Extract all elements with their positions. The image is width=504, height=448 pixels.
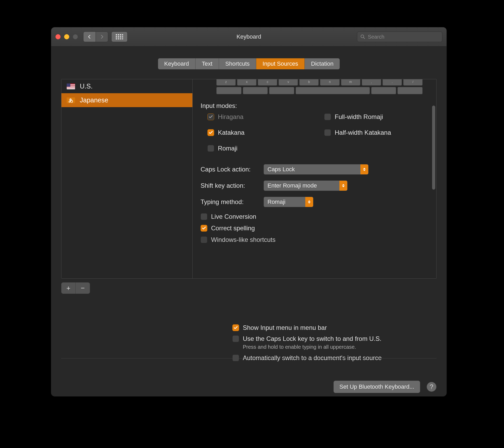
check-icon	[208, 130, 213, 135]
checkbox-romaji[interactable]	[207, 145, 214, 152]
dropdown-arrows-icon	[339, 181, 347, 191]
tab-text[interactable]: Text	[196, 58, 219, 69]
key: ,	[362, 79, 381, 86]
key: c	[258, 79, 277, 86]
svg-rect-8	[116, 38, 117, 39]
chevron-right-icon	[100, 35, 104, 39]
label-caps-lock-switch: Use the Caps Lock key to switch to and f…	[243, 335, 381, 342]
search-icon	[360, 34, 365, 39]
key: .	[382, 79, 402, 86]
setup-bluetooth-button[interactable]: Set Up Bluetooth Keyboard...	[333, 381, 420, 393]
grid-icon	[116, 34, 123, 39]
source-japanese[interactable]: あ Japanese	[61, 93, 192, 107]
minimize-button[interactable]	[64, 34, 69, 39]
forward-button	[96, 32, 108, 42]
search-input[interactable]	[368, 34, 439, 40]
us-flag-icon	[67, 84, 75, 89]
show-all-button[interactable]	[111, 32, 128, 42]
typing-method-value: Romaji	[267, 199, 285, 205]
tab-shortcuts[interactable]: Shortcuts	[219, 58, 256, 69]
japanese-icon: あ	[67, 97, 75, 103]
checkbox-windows-shortcuts[interactable]	[201, 236, 207, 243]
tab-keyboard[interactable]: Keyboard	[158, 58, 196, 69]
dropdown-arrows-icon	[305, 197, 313, 207]
label-live-conversion: Live Conversion	[211, 213, 256, 220]
back-button[interactable]	[83, 32, 96, 42]
svg-rect-2	[120, 34, 121, 35]
svg-rect-6	[120, 36, 121, 38]
svg-point-12	[361, 35, 364, 38]
check-icon	[208, 114, 213, 119]
key: m	[341, 79, 360, 86]
shift-key-dropdown[interactable]: Enter Romaji mode	[264, 180, 348, 191]
checkbox-katakana[interactable]	[207, 129, 214, 136]
label-katakana: Katakana	[218, 129, 244, 136]
scrollbar[interactable]	[432, 106, 435, 190]
key	[397, 87, 423, 94]
typing-method-label: Typing method:	[201, 198, 264, 206]
checkbox-half-width-katakana[interactable]	[324, 129, 331, 136]
tab-dictation[interactable]: Dictation	[305, 58, 340, 69]
key: /	[403, 79, 423, 86]
label-half-width-katakana: Half-width Katakana	[335, 129, 391, 136]
caps-lock-dropdown[interactable]: Caps Lock	[264, 164, 369, 175]
key: x	[237, 79, 256, 86]
checkbox-full-width-romaji[interactable]	[324, 113, 331, 120]
checkbox-correct-spelling[interactable]	[201, 225, 207, 232]
label-hiragana: Hiragana	[218, 113, 243, 121]
help-button[interactable]: ?	[427, 382, 437, 392]
close-button[interactable]	[55, 34, 61, 39]
zoom-button	[73, 34, 78, 39]
label-romaji: Romaji	[218, 145, 238, 152]
svg-rect-5	[118, 36, 119, 38]
svg-rect-0	[116, 34, 117, 35]
key	[269, 87, 294, 94]
caps-lock-hint: Press and hold to enable typing in all u…	[243, 344, 434, 350]
source-us[interactable]: U.S.	[61, 79, 192, 93]
checkbox-hiragana	[207, 113, 214, 120]
source-label: U.S.	[80, 82, 93, 90]
search-field[interactable]	[357, 32, 442, 42]
preferences-window: Keyboard Keyboard Text Shortcuts Input S…	[51, 27, 447, 397]
svg-rect-4	[116, 36, 117, 38]
label-correct-spelling: Correct spelling	[211, 225, 255, 232]
key	[243, 87, 268, 94]
checkbox-show-input-menu[interactable]	[232, 324, 239, 331]
key: n	[320, 79, 339, 86]
nav-buttons	[83, 32, 108, 42]
content-panel: U.S. あ Japanese zxcvbnm,./ Input modes:	[61, 79, 437, 279]
keyboard-preview: zxcvbnm,./	[216, 79, 423, 94]
svg-rect-1	[118, 34, 119, 35]
tab-bar: Keyboard Text Shortcuts Input Sources Di…	[51, 58, 447, 70]
checkbox-caps-lock-switch[interactable]	[232, 335, 239, 342]
caps-lock-value: Caps Lock	[267, 166, 295, 173]
shift-key-label: Shift key action:	[201, 182, 264, 189]
key	[371, 87, 396, 94]
svg-rect-7	[122, 36, 123, 38]
add-source-button[interactable]: +	[61, 283, 76, 294]
svg-rect-11	[122, 38, 123, 39]
svg-rect-9	[118, 38, 119, 39]
bottom-bar: Set Up Bluetooth Keyboard... ?	[61, 358, 437, 393]
label-show-input-menu: Show Input menu in menu bar	[243, 324, 327, 331]
typing-method-dropdown[interactable]: Romaji	[264, 197, 313, 207]
svg-rect-3	[122, 34, 123, 35]
titlebar: Keyboard	[51, 27, 447, 46]
remove-source-button[interactable]: −	[76, 283, 90, 294]
source-list[interactable]: U.S. あ Japanese	[61, 79, 193, 278]
dropdown-arrows-icon	[360, 164, 368, 174]
add-remove-buttons: + −	[61, 282, 90, 294]
input-modes-label: Input modes:	[201, 102, 433, 110]
key: v	[279, 79, 298, 86]
svg-line-13	[364, 38, 365, 39]
key: b	[299, 79, 319, 86]
window-controls	[55, 34, 78, 39]
tab-input-sources[interactable]: Input Sources	[256, 58, 305, 69]
label-windows-shortcuts: Windows-like shortcuts	[211, 236, 275, 243]
source-detail: zxcvbnm,./ Input modes: Hiragana Full-wi…	[193, 79, 436, 278]
source-label: Japanese	[80, 96, 108, 104]
check-icon	[202, 226, 206, 231]
checkbox-live-conversion[interactable]	[201, 213, 207, 220]
key: z	[216, 79, 236, 86]
caps-lock-label: Caps Lock action:	[201, 166, 264, 173]
